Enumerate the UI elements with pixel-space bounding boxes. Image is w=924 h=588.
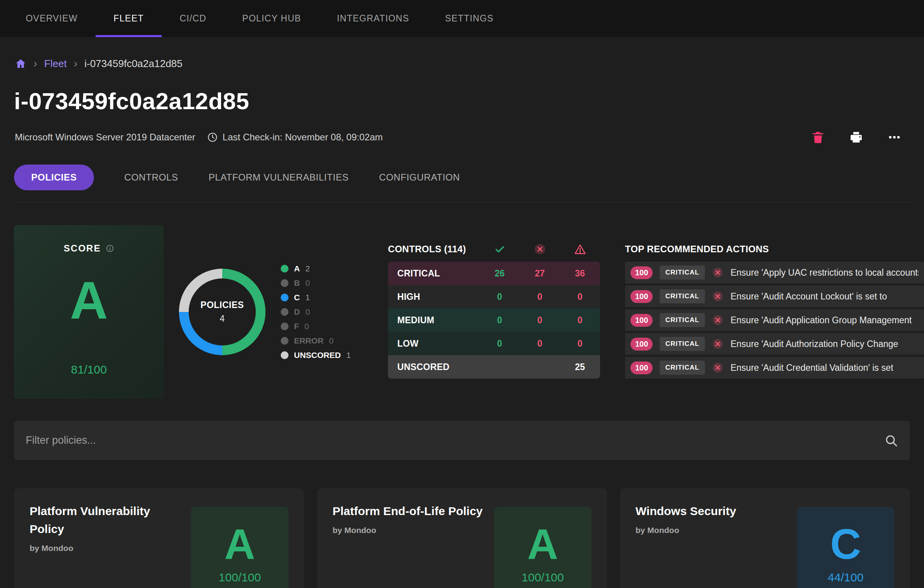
controls-header: CONTROLS (114) [388, 237, 600, 262]
policy-title: Platform Vulnerability Policy [30, 502, 186, 538]
legend-item-error[interactable]: ERROR 0 [281, 336, 374, 345]
legend-item-unscored[interactable]: UNSCORED 1 [281, 351, 374, 360]
recommended-action-row[interactable]: 100 CRITICAL Ensure 'Audit Credential Va… [625, 357, 924, 379]
policies-donut-wrap: POLICIES 4 [164, 225, 281, 399]
score-grade: A [70, 274, 108, 327]
severity-badge: CRITICAL [660, 361, 705, 375]
recommended-action-row[interactable]: 100 CRITICAL Ensure 'Audit Authorization… [625, 333, 924, 355]
policy-grade-box: A 100/100 [494, 507, 591, 588]
controls-row-low[interactable]: LOW 0 0 0 [388, 332, 600, 355]
controls-title: CONTROLS (114) [388, 244, 480, 255]
recommended-action-row[interactable]: 100 CRITICAL Ensure 'Audit Application G… [625, 309, 924, 331]
controls-row-medium[interactable]: MEDIUM 0 0 0 [388, 308, 600, 332]
legend-label: D [294, 307, 300, 317]
legend-dot [281, 322, 289, 330]
legend-dot [281, 351, 289, 359]
policy-title: Windows Security [635, 502, 736, 520]
breadcrumb-current: i-073459fc0a2a12d85 [84, 58, 182, 70]
policy-author: by Mondoo [635, 526, 736, 535]
legend-dot [281, 265, 289, 273]
score-card: SCORE A 81/100 [14, 225, 164, 399]
severity-label: UNSCORED [388, 362, 480, 372]
home-icon[interactable] [15, 58, 27, 69]
policy-grade-box: C 44/100 [797, 507, 894, 588]
policy-cards: Platform Vulnerability Policy by Mondoo … [14, 488, 910, 588]
asset-subheader: Microsoft Windows Server 2019 Datacenter… [15, 130, 924, 144]
tab-platform-vulnerabilities[interactable]: PLATFORM VULNERABILITIES [209, 172, 349, 183]
severity-badge: CRITICAL [660, 313, 705, 327]
tab-policies[interactable]: POLICIES [14, 165, 94, 190]
nav-item-cicd[interactable]: CI/CD [162, 0, 225, 37]
donut-center-value: 4 [220, 313, 225, 324]
legend-count: 0 [305, 307, 310, 317]
severity-badge: CRITICAL [660, 289, 705, 303]
legend-count: 2 [305, 264, 310, 273]
legend-dot [281, 294, 289, 301]
legend-item-b[interactable]: B 0 [281, 278, 374, 288]
controls-row-high[interactable]: HIGH 0 0 0 [388, 285, 600, 308]
failed-count: 0 [520, 338, 560, 349]
legend-label: C [294, 293, 300, 302]
failed-x-icon [712, 267, 724, 278]
nav-item-overview[interactable]: OVERVIEW [8, 0, 96, 37]
policy-card-platform-eol[interactable]: Platform End-of-Life Policy by Mondoo A … [317, 488, 607, 588]
passed-count: 0 [480, 315, 520, 326]
print-button[interactable] [849, 130, 863, 144]
unscored-count: 25 [560, 362, 600, 372]
failed-count: 0 [520, 315, 560, 326]
legend-label: B [294, 278, 300, 288]
legend-item-d[interactable]: D 0 [281, 307, 374, 317]
impact-badge: 100 [630, 361, 653, 374]
nav-item-policy-hub[interactable]: POLICY HUB [224, 0, 319, 37]
impact-badge: 100 [630, 266, 653, 279]
recommended-action-row[interactable]: 100 CRITICAL Ensure 'Audit Account Locko… [625, 285, 924, 307]
error-warning-icon [560, 243, 600, 255]
controls-row-unscored[interactable]: UNSCORED 25 [388, 355, 600, 379]
donut-center-label: POLICIES [200, 300, 244, 310]
action-text: Ensure 'Audit Application Group Manageme… [731, 315, 912, 326]
more-options-button[interactable] [887, 130, 901, 144]
severity-label: MEDIUM [388, 315, 480, 326]
breadcrumb-link-fleet[interactable]: Fleet [44, 58, 67, 70]
legend-dot [281, 279, 289, 287]
severity-badge: CRITICAL [660, 266, 705, 280]
legend-dot [281, 337, 289, 345]
search-icon[interactable] [884, 434, 898, 448]
impact-badge: 100 [630, 338, 653, 351]
legend-item-c[interactable]: C 1 [281, 293, 374, 302]
recommended-action-row[interactable]: 100 CRITICAL Ensure 'Apply UAC restricti… [625, 262, 924, 283]
legend-item-a[interactable]: A 2 [281, 264, 374, 273]
tab-controls[interactable]: CONTROLS [124, 172, 178, 183]
impact-badge: 100 [630, 290, 653, 303]
policy-card-platform-vulnerability[interactable]: Platform Vulnerability Policy by Mondoo … [14, 488, 304, 588]
policies-donut-ring: POLICIES 4 [179, 269, 266, 355]
policy-author: by Mondoo [30, 544, 186, 553]
legend-label: A [294, 264, 300, 273]
legend-label: ERROR [294, 336, 324, 345]
controls-row-critical[interactable]: CRITICAL 26 27 36 [388, 262, 600, 285]
severity-badge: CRITICAL [660, 337, 705, 351]
legend-count: 0 [304, 322, 309, 331]
legend-item-f[interactable]: F 0 [281, 322, 374, 331]
error-count: 0 [560, 338, 600, 349]
failed-x-icon [712, 314, 724, 326]
tab-configuration[interactable]: CONFIGURATION [379, 172, 460, 183]
severity-label: LOW [388, 338, 480, 349]
policies-donut-center: POLICIES 4 [189, 278, 256, 345]
info-icon[interactable] [106, 244, 114, 253]
policies-donut-legend: A 2 B 0 C 1 D 0 F 0 ERROR 0 [281, 225, 374, 399]
nav-item-integrations[interactable]: INTEGRATIONS [319, 0, 427, 37]
platform-label: Microsoft Windows Server 2019 Datacenter [15, 132, 195, 143]
nav-item-settings[interactable]: SETTINGS [427, 0, 512, 37]
action-text: Ensure 'Audit Credential Validation' is … [731, 363, 893, 373]
failed-x-icon [520, 243, 560, 255]
nav-item-fleet[interactable]: FLEET [96, 0, 162, 37]
legend-count: 0 [329, 336, 334, 345]
failed-x-icon [712, 290, 724, 302]
failed-count: 0 [520, 292, 560, 302]
policy-card-windows-security[interactable]: Windows Security by Mondoo C 44/100 [620, 488, 910, 588]
score-label: SCORE [64, 243, 101, 254]
policy-grade: C [830, 522, 861, 565]
delete-button[interactable] [811, 130, 825, 144]
filter-policies-input[interactable] [26, 434, 884, 446]
